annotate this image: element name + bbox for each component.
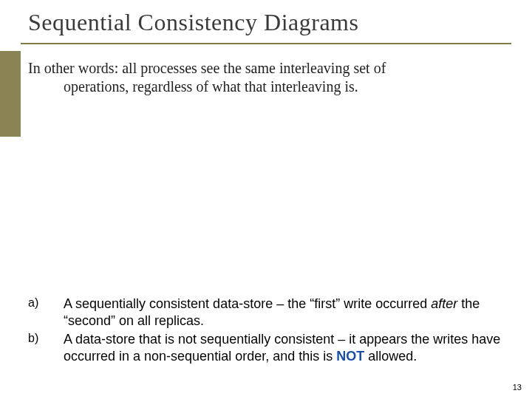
page-number: 13: [513, 383, 522, 392]
list-text-b: A data-store that is not sequentially co…: [64, 331, 510, 365]
text-a-italic: after: [431, 296, 457, 311]
list-marker-a: a): [28, 296, 64, 330]
intro-line-1: In other words: all processes see the sa…: [28, 60, 386, 76]
intro-line-2: operations, regardless of what that inte…: [64, 78, 510, 96]
list-text-a: A sequentially consistent data-store – t…: [64, 296, 510, 330]
item-list: a) A sequentially consistent data-store …: [28, 296, 510, 366]
text-a-pre: A sequentially consistent data-store – t…: [64, 296, 431, 311]
text-b-pre: A data-store that is not sequentially co…: [64, 332, 500, 364]
list-item-b: b) A data-store that is not sequentially…: [28, 331, 510, 365]
intro-paragraph: In other words: all processes see the sa…: [28, 59, 510, 96]
accent-block: [0, 51, 21, 137]
title-underline: [21, 43, 511, 44]
text-b-not: NOT: [336, 349, 364, 364]
text-b-post: allowed.: [364, 349, 417, 364]
list-item-a: a) A sequentially consistent data-store …: [28, 296, 510, 330]
list-marker-b: b): [28, 331, 64, 365]
slide-title: Sequential Consistency Diagrams: [28, 9, 358, 36]
